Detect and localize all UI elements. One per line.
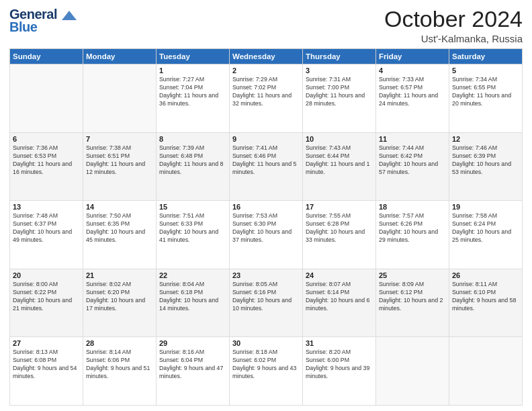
- day-info: Sunrise: 7:53 AM Sunset: 6:30 PM Dayligh…: [232, 212, 300, 244]
- day-info: Sunrise: 8:14 AM Sunset: 6:06 PM Dayligh…: [86, 349, 153, 381]
- day-number: 28: [86, 339, 153, 347]
- day-number: 1: [159, 66, 226, 75]
- page: General Blue October 2024 Ust'-Kalmanka,…: [0, 0, 532, 411]
- day-number: 29: [159, 339, 226, 347]
- day-number: 3: [306, 66, 373, 75]
- calendar-day-cell: 15Sunrise: 7:51 AM Sunset: 6:33 PM Dayli…: [157, 201, 230, 269]
- day-number: 13: [13, 203, 80, 211]
- calendar-day-cell: 12Sunrise: 7:46 AM Sunset: 6:39 PM Dayli…: [449, 132, 523, 201]
- calendar-day-cell: 16Sunrise: 7:53 AM Sunset: 6:30 PM Dayli…: [230, 201, 303, 269]
- day-number: 24: [306, 271, 373, 279]
- day-info: Sunrise: 8:13 AM Sunset: 6:08 PM Dayligh…: [13, 349, 80, 381]
- day-info: Sunrise: 7:55 AM Sunset: 6:28 PM Dayligh…: [306, 212, 373, 244]
- day-number: 2: [232, 66, 300, 75]
- calendar-day-cell: 24Sunrise: 8:07 AM Sunset: 6:14 PM Dayli…: [303, 269, 376, 337]
- day-number: 8: [159, 135, 226, 143]
- calendar-day-cell: 13Sunrise: 7:48 AM Sunset: 6:37 PM Dayli…: [10, 201, 83, 269]
- day-info: Sunrise: 8:18 AM Sunset: 6:02 PM Dayligh…: [232, 349, 300, 381]
- calendar-day-cell: 3Sunrise: 7:31 AM Sunset: 7:00 PM Daylig…: [303, 64, 376, 133]
- calendar-week-row: 20Sunrise: 8:00 AM Sunset: 6:22 PM Dayli…: [10, 269, 523, 337]
- day-number: 16: [232, 203, 300, 211]
- day-info: Sunrise: 7:43 AM Sunset: 6:44 PM Dayligh…: [306, 144, 373, 177]
- calendar-day-cell: 31Sunrise: 8:20 AM Sunset: 6:00 PM Dayli…: [303, 337, 376, 406]
- day-number: 15: [159, 203, 226, 211]
- calendar-day-cell: 20Sunrise: 8:00 AM Sunset: 6:22 PM Dayli…: [10, 269, 83, 337]
- day-info: Sunrise: 8:05 AM Sunset: 6:16 PM Dayligh…: [232, 281, 300, 313]
- day-number: 19: [452, 203, 519, 211]
- logo-line2: Blue: [9, 19, 37, 35]
- calendar-header-wednesday: Wednesday: [230, 49, 303, 64]
- day-number: 25: [379, 271, 446, 279]
- calendar-day-cell: 26Sunrise: 8:11 AM Sunset: 6:10 PM Dayli…: [449, 269, 523, 337]
- calendar-day-cell: 8Sunrise: 7:39 AM Sunset: 6:48 PM Daylig…: [157, 132, 230, 201]
- day-info: Sunrise: 8:11 AM Sunset: 6:10 PM Dayligh…: [452, 281, 519, 313]
- day-number: 7: [86, 135, 153, 143]
- day-number: 23: [232, 271, 300, 279]
- day-info: Sunrise: 8:02 AM Sunset: 6:20 PM Dayligh…: [86, 281, 153, 313]
- day-info: Sunrise: 7:27 AM Sunset: 7:04 PM Dayligh…: [159, 76, 226, 108]
- calendar-day-cell: 25Sunrise: 8:09 AM Sunset: 6:12 PM Dayli…: [376, 269, 449, 337]
- day-info: Sunrise: 7:50 AM Sunset: 6:35 PM Dayligh…: [86, 212, 153, 244]
- calendar-day-cell: 5Sunrise: 7:34 AM Sunset: 6:55 PM Daylig…: [449, 64, 523, 133]
- calendar-week-row: 6Sunrise: 7:36 AM Sunset: 6:53 PM Daylig…: [10, 132, 523, 201]
- day-info: Sunrise: 8:00 AM Sunset: 6:22 PM Dayligh…: [13, 281, 80, 313]
- calendar-day-cell: 22Sunrise: 8:04 AM Sunset: 6:18 PM Dayli…: [157, 269, 230, 337]
- calendar-week-row: 13Sunrise: 7:48 AM Sunset: 6:37 PM Dayli…: [10, 201, 523, 269]
- day-number: 27: [13, 339, 80, 347]
- calendar-header-row: SundayMondayTuesdayWednesdayThursdayFrid…: [10, 49, 523, 64]
- calendar-header-sunday: Sunday: [10, 49, 83, 64]
- calendar-table: SundayMondayTuesdayWednesdayThursdayFrid…: [9, 48, 523, 406]
- day-number: 20: [13, 271, 80, 279]
- day-number: 26: [452, 271, 519, 279]
- day-number: 31: [306, 339, 373, 347]
- calendar-day-cell: 6Sunrise: 7:36 AM Sunset: 6:53 PM Daylig…: [10, 132, 83, 201]
- day-number: 22: [159, 271, 226, 279]
- calendar-day-cell: 2Sunrise: 7:29 AM Sunset: 7:02 PM Daylig…: [230, 64, 303, 133]
- day-number: 4: [379, 66, 446, 75]
- calendar-header-thursday: Thursday: [303, 49, 376, 64]
- day-number: 12: [452, 135, 519, 143]
- calendar-day-cell: [83, 64, 157, 133]
- day-info: Sunrise: 7:34 AM Sunset: 6:55 PM Dayligh…: [452, 76, 519, 108]
- calendar-day-cell: 4Sunrise: 7:33 AM Sunset: 6:57 PM Daylig…: [376, 64, 449, 133]
- location: Ust'-Kalmanka, Russia: [384, 33, 523, 44]
- header: General Blue October 2024 Ust'-Kalmanka,…: [9, 7, 523, 44]
- day-info: Sunrise: 7:29 AM Sunset: 7:02 PM Dayligh…: [232, 76, 300, 108]
- svg-marker-0: [62, 11, 77, 20]
- calendar-day-cell: 23Sunrise: 8:05 AM Sunset: 6:16 PM Dayli…: [230, 269, 303, 337]
- day-number: 6: [13, 135, 80, 143]
- day-info: Sunrise: 8:07 AM Sunset: 6:14 PM Dayligh…: [306, 281, 373, 313]
- calendar-day-cell: 21Sunrise: 8:02 AM Sunset: 6:20 PM Dayli…: [83, 269, 157, 337]
- day-info: Sunrise: 8:16 AM Sunset: 6:04 PM Dayligh…: [159, 349, 226, 381]
- calendar-day-cell: 27Sunrise: 8:13 AM Sunset: 6:08 PM Dayli…: [10, 337, 83, 406]
- month-title: October 2024: [384, 7, 523, 32]
- calendar-day-cell: 7Sunrise: 7:38 AM Sunset: 6:51 PM Daylig…: [83, 132, 157, 201]
- logo: General Blue: [9, 7, 77, 35]
- calendar-day-cell: 10Sunrise: 7:43 AM Sunset: 6:44 PM Dayli…: [303, 132, 376, 201]
- day-info: Sunrise: 7:38 AM Sunset: 6:51 PM Dayligh…: [86, 144, 153, 177]
- day-info: Sunrise: 7:46 AM Sunset: 6:39 PM Dayligh…: [452, 144, 519, 177]
- calendar-day-cell: 19Sunrise: 7:58 AM Sunset: 6:24 PM Dayli…: [449, 201, 523, 269]
- calendar-day-cell: [449, 337, 523, 406]
- day-info: Sunrise: 8:09 AM Sunset: 6:12 PM Dayligh…: [379, 281, 446, 313]
- day-info: Sunrise: 7:51 AM Sunset: 6:33 PM Dayligh…: [159, 212, 226, 244]
- day-info: Sunrise: 7:33 AM Sunset: 6:57 PM Dayligh…: [379, 76, 446, 108]
- calendar-day-cell: 14Sunrise: 7:50 AM Sunset: 6:35 PM Dayli…: [83, 201, 157, 269]
- calendar-day-cell: 30Sunrise: 8:18 AM Sunset: 6:02 PM Dayli…: [230, 337, 303, 406]
- day-number: 14: [86, 203, 153, 211]
- day-number: 10: [306, 135, 373, 143]
- day-info: Sunrise: 7:44 AM Sunset: 6:42 PM Dayligh…: [379, 144, 446, 177]
- calendar-day-cell: [376, 337, 449, 406]
- day-number: 30: [232, 339, 300, 347]
- calendar-header-monday: Monday: [83, 49, 157, 64]
- calendar-day-cell: 17Sunrise: 7:55 AM Sunset: 6:28 PM Dayli…: [303, 201, 376, 269]
- calendar-day-cell: 28Sunrise: 8:14 AM Sunset: 6:06 PM Dayli…: [83, 337, 157, 406]
- calendar-day-cell: [10, 64, 83, 133]
- day-number: 21: [86, 271, 153, 279]
- calendar-header-tuesday: Tuesday: [157, 49, 230, 64]
- day-info: Sunrise: 7:57 AM Sunset: 6:26 PM Dayligh…: [379, 212, 446, 244]
- day-info: Sunrise: 7:31 AM Sunset: 7:00 PM Dayligh…: [306, 76, 373, 108]
- day-number: 5: [452, 66, 519, 75]
- day-number: 18: [379, 203, 446, 211]
- calendar-day-cell: 1Sunrise: 7:27 AM Sunset: 7:04 PM Daylig…: [157, 64, 230, 133]
